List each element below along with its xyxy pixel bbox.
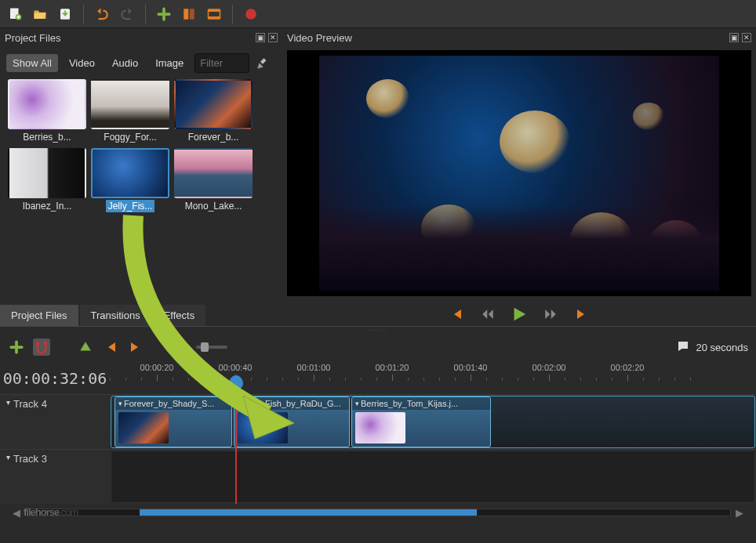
svg-rect-9 (36, 342, 39, 345)
separator (145, 5, 146, 24)
thumbnail-image (8, 148, 86, 198)
clip-title: ▾Jelly_Fish_by_RaDu_G... (234, 397, 349, 410)
left-panel-tabs: Project Files Transitions Effects (0, 305, 282, 326)
time-ruler[interactable]: 00:00:2000:00:4000:01:0000:01:2000:01:40… (110, 363, 756, 394)
panel-dock-icon[interactable]: ▣ (256, 33, 265, 42)
timeline-toolbar: 20 seconds (0, 331, 756, 363)
scroll-right-icon[interactable]: ▶ (736, 507, 743, 519)
ruler-label: 00:01:40 (454, 363, 488, 372)
fullscreen-button[interactable] (205, 5, 223, 23)
svg-point-8 (245, 9, 256, 20)
save-project-button[interactable] (56, 5, 74, 23)
thumbnail-label: Jelly_Fis... (106, 200, 155, 212)
thumbnail-label: Ibanez_In... (20, 200, 75, 212)
svg-rect-3 (184, 9, 188, 20)
panel-close-icon[interactable]: ✕ (742, 33, 751, 42)
track-header[interactable]: ▾Track 4 (0, 395, 110, 449)
timeline-clip[interactable]: ▾Berries_by_Tom_Kijas.j... (351, 396, 491, 447)
thumbnail-item[interactable]: Mono_Lake... (174, 148, 253, 212)
jump-end-button[interactable] (573, 306, 591, 323)
playback-controls (282, 299, 756, 326)
clip-thumbnail (118, 412, 169, 443)
thumbnail-image (91, 148, 169, 198)
filter-input[interactable] (194, 53, 249, 73)
svg-rect-6 (209, 9, 220, 12)
ruler-label: 00:01:20 (376, 363, 409, 372)
track-name: Track 4 (13, 398, 47, 410)
rewind-button[interactable] (479, 306, 496, 323)
chevron-down-icon[interactable]: ▾ (6, 398, 10, 407)
clip-title: ▾Forever_by_Shady_S... (115, 397, 231, 410)
thumbnail-image (91, 79, 169, 129)
chevron-down-icon[interactable]: ▾ (238, 400, 242, 407)
thumbnail-item[interactable]: Ibanez_In... (8, 148, 86, 212)
choose-profile-button[interactable] (180, 5, 198, 23)
panel-header: Video Preview ▣ ✕ (282, 28, 756, 47)
project-files-panel: Project Files ▣ ✕ Show All Video Audio I… (0, 28, 282, 326)
ruler-label: 00:00:20 (140, 363, 174, 372)
timeline-clip[interactable]: ▾Jelly_Fish_by_RaDu_G... (234, 396, 350, 447)
panel-header: Project Files ▣ ✕ (0, 28, 282, 47)
add-track-button[interactable] (8, 338, 25, 356)
filter-show-all[interactable]: Show All (6, 54, 58, 72)
track-name: Track 3 (13, 453, 47, 465)
filter-image[interactable]: Image (149, 54, 190, 72)
open-project-button[interactable] (31, 5, 49, 23)
filter-video[interactable]: Video (63, 54, 101, 72)
thumbnail-image (8, 79, 86, 129)
scrollbar-thumb[interactable] (140, 509, 477, 516)
track-body[interactable]: ▾Forever_by_Shady_S... ▾Jelly_Fish_by_Ra… (111, 396, 755, 448)
add-marker-button[interactable] (77, 338, 94, 356)
chevron-down-icon[interactable]: ▾ (6, 453, 10, 462)
play-button[interactable] (511, 306, 528, 323)
scroll-left-icon[interactable]: ◀ (13, 507, 20, 519)
thumbnail-grid: Berries_b... Foggy_For... Forever_b... I… (0, 79, 282, 212)
zoom-level-label: 20 seconds (696, 342, 749, 353)
clip-thumbnail (238, 412, 288, 443)
timeline-clip[interactable]: ▾Forever_by_Shady_S... (114, 396, 232, 447)
preview-area (287, 50, 751, 296)
export-video-button[interactable] (242, 5, 260, 23)
center-playhead-button[interactable] (171, 338, 188, 356)
svg-rect-10 (44, 342, 47, 345)
clip-title: ▾Berries_by_Tom_Kijas.j... (352, 397, 490, 410)
panel-close-icon[interactable]: ✕ (268, 33, 278, 42)
thumbnail-item[interactable]: Jelly_Fis... (91, 148, 169, 212)
chevron-down-icon[interactable]: ▾ (355, 400, 359, 407)
next-marker-button[interactable] (127, 338, 144, 356)
thumbnail-item[interactable]: Forever_b... (174, 79, 253, 143)
track-body[interactable] (111, 451, 755, 503)
new-project-button[interactable] (6, 5, 24, 23)
track-header[interactable]: ▾Track 3 (0, 450, 110, 504)
track-row: ▾Track 4▾Forever_by_Shady_S... ▾Jelly_Fi… (0, 394, 756, 449)
current-time-display: 00:00:32:06 (0, 363, 110, 394)
thumbnail-label: Berries_b... (20, 131, 73, 143)
tab-transitions[interactable]: Transitions (80, 305, 151, 326)
redo-button[interactable] (118, 5, 136, 23)
chevron-down-icon[interactable]: ▾ (118, 400, 122, 407)
zoom-chat-icon[interactable] (676, 339, 690, 356)
jump-start-button[interactable] (448, 306, 465, 323)
horizontal-scrollbar[interactable]: ◀ ▶ (0, 505, 756, 519)
tab-effects[interactable]: Effects (153, 305, 206, 326)
panel-dock-icon[interactable]: ▣ (729, 33, 739, 42)
tab-project-files[interactable]: Project Files (0, 305, 78, 326)
filter-audio[interactable]: Audio (106, 54, 144, 72)
ruler-label: 00:00:40 (219, 363, 253, 372)
zoom-slider[interactable] (196, 346, 227, 349)
undo-button[interactable] (93, 5, 111, 23)
snapping-button[interactable] (33, 338, 50, 356)
ruler-label: 00:02:20 (611, 363, 645, 372)
thumbnail-item[interactable]: Foggy_For... (91, 79, 169, 143)
thumbnail-image (174, 79, 253, 129)
playhead[interactable] (235, 394, 237, 504)
clear-filter-icon[interactable] (254, 55, 271, 72)
previous-marker-button[interactable] (102, 338, 119, 356)
separator (232, 5, 233, 24)
svg-rect-4 (190, 9, 194, 20)
fast-forward-button[interactable] (542, 306, 559, 323)
svg-rect-7 (209, 16, 220, 19)
import-files-button[interactable] (155, 5, 173, 23)
main-toolbar (0, 0, 756, 28)
thumbnail-item[interactable]: Berries_b... (8, 79, 86, 143)
